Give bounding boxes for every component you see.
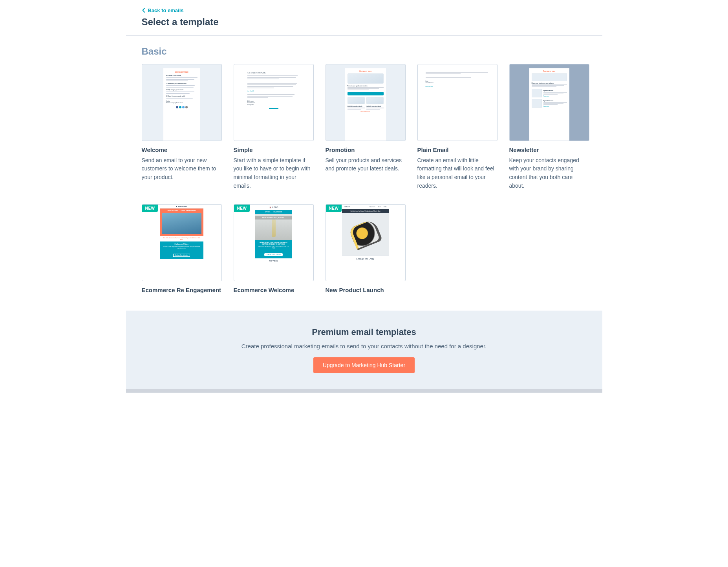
- template-card-plain[interactable]: Best,Your full name Unsubscribe Plain Em…: [417, 64, 498, 190]
- template-card-new-product-launch[interactable]: NEW ✱ Brand Women'sMen'sKid's Get it in …: [326, 204, 406, 296]
- template-card-newsletter[interactable]: Company logo Share your latest news and …: [509, 64, 589, 190]
- new-badge: NEW: [234, 205, 250, 212]
- template-title: Promotion: [326, 146, 406, 153]
- template-desc: Keep your contacts engaged with your bra…: [509, 156, 589, 190]
- upgrade-button[interactable]: Upgrade to Marketing Hub Starter: [313, 357, 415, 373]
- template-card-simple[interactable]: Hello CONTACT.FIRSTNAME, Use this link A…: [234, 64, 314, 190]
- page-title: Select a template: [142, 16, 587, 27]
- premium-title: Premium email templates: [142, 327, 587, 337]
- template-title: Simple: [234, 146, 314, 153]
- templates-grid: Company logo Hi CONTACT.FIRSTNAME, 1. Sh…: [142, 64, 587, 297]
- template-thumb: Company logo Share your latest news and …: [509, 64, 589, 141]
- template-desc: Sell your products and services and prom…: [326, 156, 406, 173]
- template-desc: Create an email with little formatting t…: [417, 156, 498, 190]
- template-desc: Send an email to your new customers to w…: [142, 156, 222, 182]
- template-thumb: Best,Your full name Unsubscribe: [417, 64, 498, 141]
- template-desc: Start with a simple template if you like…: [234, 156, 314, 190]
- section-title-basic: Basic: [142, 46, 587, 57]
- footer-bar: [126, 389, 602, 393]
- template-title: Newsletter: [509, 146, 589, 153]
- template-title: Ecommerce Re Engagement: [142, 287, 222, 293]
- premium-section: Premium email templates Create professio…: [126, 311, 602, 389]
- template-title: Ecommerce Welcome: [234, 287, 314, 293]
- new-badge: NEW: [142, 205, 158, 212]
- template-card-welcome[interactable]: Company logo Hi CONTACT.FIRSTNAME, 1. Sh…: [142, 64, 222, 190]
- template-title: Plain Email: [417, 146, 498, 153]
- template-thumb: Company logo Hi CONTACT.FIRSTNAME, 1. Sh…: [142, 64, 222, 141]
- template-thumb: NEW 🍷LOGO SPIRITSCRAFT BEER NICE TO MEET…: [234, 204, 314, 281]
- template-thumb: Hello CONTACT.FIRSTNAME, Use this link A…: [234, 64, 314, 141]
- template-title: Welcome: [142, 146, 222, 153]
- template-card-ecommerce-welcome[interactable]: NEW 🍷LOGO SPIRITSCRAFT BEER NICE TO MEET…: [234, 204, 314, 296]
- new-badge: NEW: [326, 205, 342, 212]
- chevron-left-icon: [142, 8, 146, 13]
- template-thumb: NEW ✱ Brand Women'sMen'sKid's Get it in …: [326, 204, 406, 281]
- back-to-emails-link[interactable]: Back to emails: [142, 7, 184, 13]
- page-header: Back to emails Select a template: [126, 0, 602, 36]
- template-thumb: NEW ✱experiences TEAM BUILDINGEVENT MANA…: [142, 204, 222, 281]
- template-thumb: Company logo Promote your goods and serv…: [326, 64, 406, 141]
- back-link-label: Back to emails: [148, 7, 184, 13]
- template-card-ecommerce-reengagement[interactable]: NEW ✱experiences TEAM BUILDINGEVENT MANA…: [142, 204, 222, 296]
- template-title: New Product Launch: [326, 287, 406, 293]
- template-card-promotion[interactable]: Company logo Promote your goods and serv…: [326, 64, 406, 190]
- premium-subtitle: Create professional marketing emails to …: [142, 343, 587, 349]
